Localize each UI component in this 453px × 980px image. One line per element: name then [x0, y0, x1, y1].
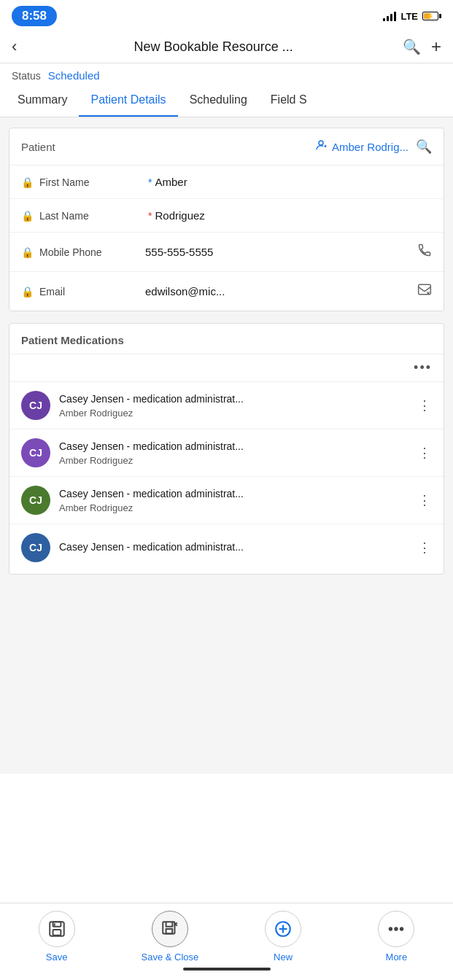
svg-point-0 — [319, 141, 323, 145]
battery-icon: ⚡ — [422, 12, 441, 20]
more-button[interactable]: More — [340, 911, 453, 962]
patient-header: Patient Amber Rodrig... 🔍 — [9, 128, 444, 166]
status-bar: 8:58 LTE ⚡ — [0, 0, 453, 31]
save-icon-circle — [39, 911, 75, 947]
med-title-3: Casey Jensen - medication administrat... — [59, 487, 409, 502]
save-label: Save — [46, 952, 68, 962]
med-info-3: Casey Jensen - medication administrat...… — [59, 487, 409, 514]
list-item: CJ Casey Jensen - medication administrat… — [9, 524, 444, 574]
add-button[interactable]: + — [431, 36, 441, 57]
field-mobile-phone: 🔒 Mobile Phone 555-555-5555 — [9, 233, 444, 272]
search-button[interactable]: 🔍 — [403, 38, 421, 55]
med-subtitle-2: Amber Rodriguez — [59, 455, 409, 466]
avatar: CJ — [21, 533, 50, 562]
new-button[interactable]: New — [227, 911, 340, 962]
field-email: 🔒 Email edwilson@mic... — [9, 272, 444, 311]
med-toolbar: ••• — [9, 354, 444, 382]
save-close-button[interactable]: Save & Close — [113, 911, 226, 962]
email-action-icon[interactable] — [417, 282, 432, 300]
patient-name: Amber Rodrig... — [332, 141, 409, 153]
label-mobile: Mobile Phone — [39, 246, 102, 258]
avatar: CJ — [21, 438, 50, 467]
new-label: New — [274, 952, 293, 962]
list-item: CJ Casey Jensen - medication administrat… — [9, 429, 444, 477]
svg-point-12 — [395, 928, 398, 930]
med-info-1: Casey Jensen - medication administrat...… — [59, 392, 409, 419]
med-more-button[interactable]: ••• — [414, 360, 432, 376]
label-email: Email — [39, 286, 65, 298]
tab-bar: Summary Patient Details Scheduling Field… — [0, 85, 453, 117]
save-close-label: Save & Close — [141, 952, 198, 962]
med-item-more-1[interactable]: ⋮ — [418, 397, 432, 413]
med-subtitle-1: Amber Rodriguez — [59, 408, 409, 419]
med-item-more-4[interactable]: ⋮ — [418, 540, 432, 556]
tab-field-s[interactable]: Field S — [259, 85, 319, 117]
signal-icon — [383, 11, 396, 21]
avatar: CJ — [21, 391, 50, 420]
save-close-icon — [160, 919, 179, 938]
field-left-email: 🔒 Email — [21, 286, 145, 298]
field-first-name: 🔒 First Name * Amber — [9, 166, 444, 199]
svg-rect-5 — [53, 930, 61, 936]
lock-icon-first-name: 🔒 — [21, 176, 34, 188]
med-title-1: Casey Jensen - medication administrat... — [59, 392, 409, 407]
list-item: CJ Casey Jensen - medication administrat… — [9, 477, 444, 524]
value-last-name[interactable]: Rodriguez — [155, 209, 432, 222]
more-label: More — [386, 952, 408, 962]
nav-header: ‹ New Bookable Resource ... 🔍 + — [0, 31, 453, 63]
field-left-last-name: 🔒 Last Name — [21, 210, 145, 222]
value-first-name[interactable]: Amber — [155, 176, 432, 188]
med-item-more-2[interactable]: ⋮ — [418, 445, 432, 461]
med-item-more-3[interactable]: ⋮ — [418, 492, 432, 508]
lock-icon-email: 🔒 — [21, 286, 34, 298]
field-left-mobile: 🔒 Mobile Phone — [21, 246, 145, 258]
field-left-first-name: 🔒 First Name — [21, 176, 145, 188]
back-button[interactable]: ‹ — [12, 37, 17, 56]
status-label: Status — [12, 70, 41, 82]
med-title-2: Casey Jensen - medication administrat... — [59, 440, 409, 454]
label-first-name: First Name — [39, 176, 89, 188]
lock-icon-mobile: 🔒 — [21, 246, 34, 258]
patient-card: Patient Amber Rodrig... 🔍 — [9, 128, 444, 311]
patient-link[interactable]: Amber Rodrig... — [314, 139, 409, 155]
medications-title: Patient Medications — [9, 324, 444, 354]
label-last-name: Last Name — [39, 210, 89, 222]
status-row: Status Scheduled — [0, 63, 453, 85]
med-info-2: Casey Jensen - medication administrat...… — [59, 440, 409, 467]
tab-scheduling[interactable]: Scheduling — [178, 85, 259, 117]
save-button[interactable]: Save — [0, 911, 113, 962]
nav-actions: 🔍 + — [403, 36, 441, 57]
page-title: New Bookable Resource ... — [24, 39, 403, 55]
med-subtitle-3: Amber Rodriguez — [59, 502, 409, 513]
medications-card: Patient Medications ••• CJ Casey Jensen … — [9, 323, 444, 575]
patient-header-right: Amber Rodrig... 🔍 — [314, 139, 432, 155]
main-content: Patient Amber Rodrig... 🔍 — [0, 117, 453, 774]
svg-point-13 — [400, 928, 403, 930]
avatar: CJ — [21, 486, 50, 515]
bottom-action-bar: Save Save & Close New — [0, 903, 453, 980]
list-item: CJ Casey Jensen - medication administrat… — [9, 382, 444, 429]
required-star-last-name: * — [148, 210, 152, 222]
clock: 8:58 — [12, 6, 57, 26]
phone-action-icon[interactable] — [417, 243, 432, 261]
new-icon — [274, 919, 293, 938]
tab-summary[interactable]: Summary — [6, 85, 79, 117]
patient-label: Patient — [21, 141, 55, 153]
save-icon — [47, 919, 66, 938]
more-icon-circle — [378, 911, 414, 947]
med-title-4: Casey Jensen - medication administrat... — [59, 540, 409, 555]
value-mobile[interactable]: 555-555-5555 — [145, 246, 417, 258]
tab-patient-details[interactable]: Patient Details — [79, 85, 177, 117]
more-icon — [387, 919, 406, 938]
lte-label: LTE — [400, 11, 418, 22]
med-info-4: Casey Jensen - medication administrat... — [59, 540, 409, 555]
patient-search-icon[interactable]: 🔍 — [416, 139, 432, 155]
field-last-name: 🔒 Last Name * Rodriguez — [9, 199, 444, 233]
lock-icon-last-name: 🔒 — [21, 210, 34, 222]
required-star-first-name: * — [148, 176, 152, 188]
status-value[interactable]: Scheduled — [48, 69, 100, 82]
value-email[interactable]: edwilson@mic... — [145, 285, 417, 298]
svg-rect-3 — [50, 922, 64, 936]
patient-link-icon — [314, 139, 328, 155]
status-icons: LTE ⚡ — [383, 11, 441, 22]
